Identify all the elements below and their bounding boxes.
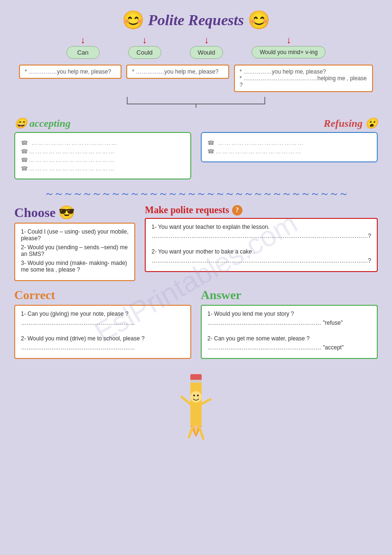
bracket-svg	[113, 94, 279, 109]
oval-could: Could	[128, 46, 161, 59]
svg-line-11	[199, 425, 203, 439]
oval-can: Can	[66, 46, 100, 59]
refusing-title: Refusing	[324, 117, 363, 130]
request-box-3: * ……………you help me, please? * ……………………………	[234, 65, 373, 92]
answer-item-1-answer: …………………………………………………… "refuse"	[207, 320, 371, 326]
svg-line-10	[189, 425, 193, 437]
correct-item-2-answer: ……………………………………………………	[21, 344, 185, 351]
make-title-row: Make polite requests ?	[145, 205, 378, 216]
request-box-3-line1: * ……………you help me, please?	[240, 68, 326, 75]
correct-title: Correct	[14, 288, 191, 302]
answer-item-2-answer: …………………………………………………… "accept"	[207, 344, 371, 351]
accepting-title-row: 😄 accepting	[14, 117, 191, 130]
pencil-character-svg	[172, 368, 220, 444]
bottom-character	[5, 368, 387, 453]
choose-title-row: Choose 😎	[14, 205, 135, 220]
accepting-side: 😄 accepting ☎ ………………………………… ☎………………………………	[14, 117, 191, 179]
make-side: Make polite requests ? 1- You want your …	[145, 205, 378, 272]
choose-title-text: Choose	[14, 205, 56, 220]
choose-item-3: 3- Would you mind (make- making- made) m…	[21, 260, 129, 273]
make-item-1-text: 1- You want your teacher to explain the …	[151, 224, 371, 230]
accepting-line-1: ☎ …………………………………	[21, 140, 185, 146]
arrow-can: ↓	[81, 35, 85, 45]
answer-side: Answer 1- Would you lend me your story ?…	[201, 288, 378, 359]
correct-side: Correct 1- Can you (giving) me your note…	[14, 288, 191, 359]
modals-row: ↓ Can ↓ Could ↓ Would ↓ Would you mind+ …	[5, 35, 387, 59]
refusing-line-2: ☎…………………………………	[207, 148, 371, 155]
correct-item-1-answer: ……………………………………………………	[21, 320, 185, 326]
oval-would: Would	[190, 46, 224, 59]
modal-could: ↓ Could	[128, 35, 161, 59]
accepting-line-3: ☎…………………………………	[21, 157, 185, 163]
emoji-left: 😊	[122, 9, 144, 30]
svg-line-8	[182, 397, 190, 404]
correct-answer-row: Correct 1- Can you (giving) me your note…	[14, 288, 378, 359]
choose-side: Choose 😎 1- Could I (use – using- used) …	[14, 205, 135, 281]
refusing-emoji: 😮	[365, 117, 378, 130]
choose-item-1: 1- Could I (use – using- used) your mobi…	[21, 228, 129, 242]
accepting-emoji: 😄	[14, 117, 27, 130]
emoji-right: 😊	[248, 9, 270, 30]
answer-title: Answer	[201, 288, 378, 302]
answer-item-2-text: 2- Can you get me some water, please ?	[207, 335, 371, 342]
correct-item-1-text: 1- Can you (giving) me your note, please…	[21, 310, 185, 317]
arrow-would: ↓	[204, 35, 209, 45]
svg-point-7	[197, 395, 199, 396]
choose-make-row: Choose 😎 1- Could I (use – using- used) …	[14, 205, 378, 281]
make-item-2-answer: ……………………………………………………………………………………………………?	[151, 257, 371, 264]
svg-rect-4	[190, 380, 202, 383]
request-box-1: * ……………you help me, please?	[19, 65, 121, 79]
accepting-line-2: ☎…………………………………	[21, 148, 185, 155]
question-badge: ?	[232, 205, 243, 216]
make-title-text: Make polite requests	[145, 205, 229, 216]
request-box-3-line2: * …………………………………helping me , please ?	[240, 75, 367, 88]
accepting-line-4: ☎…………………………………	[21, 165, 185, 172]
request-boxes-row: * ……………you help me, please? * ……………you h…	[19, 65, 373, 92]
refusing-line-1: ☎ …………………………………	[207, 140, 371, 146]
oval-would-you-mind: Would you mind+ v-ing	[252, 46, 326, 58]
correct-box: 1- Can you (giving) me your note, please…	[14, 305, 191, 359]
arrow-would-you-mind: ↓	[286, 35, 291, 45]
refusing-side: Refusing 😮 ☎ ………………………………… ☎…………………………………	[201, 117, 378, 162]
accepting-title: accepting	[29, 117, 71, 130]
choose-box: 1- Could I (use – using- used) your mobi…	[14, 223, 135, 281]
refusing-title-row: Refusing 😮	[201, 117, 378, 130]
request-box-1-text: * ……………you help me, please?	[25, 68, 111, 75]
page-header: 😊 Polite Requests 😊	[5, 5, 387, 33]
request-box-2-text: * ……………you help me, please?	[132, 68, 218, 75]
page-title: Polite Requests	[148, 11, 244, 29]
correct-item-2-text: 2- Would you mind (drive) me to school, …	[21, 335, 185, 342]
accepting-box: ☎ ………………………………… ☎………………………………… ☎………………………	[14, 132, 191, 179]
request-box-2: * ……………you help me, please?	[126, 65, 229, 79]
make-item-1-answer: ……………………………………………………………………………………………………?	[151, 233, 371, 239]
make-item-2-text: 2- You want your mother to bake a cake .	[151, 248, 371, 255]
modal-would-you-mind: ↓ Would you mind+ v-ing	[252, 35, 326, 59]
modal-would: ↓ Would	[190, 35, 224, 59]
svg-point-6	[193, 395, 195, 396]
refusing-box: ☎ ………………………………… ☎…………………………………	[201, 132, 378, 162]
bracket-connector	[5, 94, 387, 109]
answer-box: 1- Would you lend me your story ? …………………	[201, 305, 378, 359]
modal-can: ↓ Can	[66, 35, 100, 59]
answer-item-1-text: 1- Would you lend me your story ?	[207, 310, 371, 317]
make-box: 1- You want your teacher to explain the …	[145, 218, 378, 272]
choose-emoji: 😎	[58, 205, 75, 220]
arrow-could: ↓	[142, 35, 147, 45]
wavy-separator: ～～～～～～～～～～～～～～～～～～～～～～～～～～～～～～～～	[14, 187, 378, 201]
choose-item-2: 2- Would you (sending – sends –send) me …	[21, 244, 129, 257]
svg-rect-3	[190, 374, 202, 381]
svg-line-9	[202, 399, 210, 404]
svg-point-5	[190, 391, 202, 403]
accept-refuse-section: 😄 accepting ☎ ………………………………… ☎………………………………	[14, 117, 378, 179]
